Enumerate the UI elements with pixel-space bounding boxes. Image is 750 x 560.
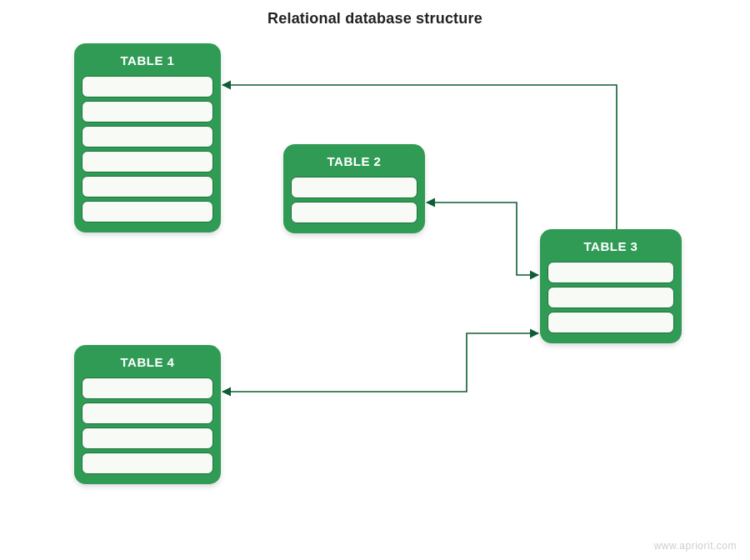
diagram-canvas: Relational database structure TABLE 1 TA… (0, 0, 750, 560)
table-row (82, 201, 213, 222)
table-row (82, 402, 213, 424)
table-row (82, 101, 213, 122)
table-row (82, 151, 213, 172)
table-row (291, 177, 418, 198)
table-1: TABLE 1 (74, 43, 221, 232)
table-4: TABLE 4 (74, 345, 221, 484)
connector-table3-to-table4 (222, 333, 538, 392)
table-2: TABLE 2 (283, 144, 425, 233)
table-3: TABLE 3 (540, 229, 682, 343)
table-row (82, 76, 213, 98)
table-row (82, 452, 213, 474)
table-row (82, 176, 213, 198)
watermark: www.apriorit.com (654, 540, 737, 552)
table-3-header: TABLE 3 (546, 234, 676, 258)
table-row (82, 126, 213, 148)
table-4-header: TABLE 4 (80, 350, 215, 374)
table-row (548, 312, 674, 333)
table-1-header: TABLE 1 (80, 48, 215, 72)
table-row (291, 202, 418, 223)
table-row (82, 378, 213, 399)
table-row (548, 262, 674, 283)
diagram-title: Relational database structure (0, 10, 750, 28)
table-row (82, 428, 213, 449)
table-2-header: TABLE 2 (289, 149, 419, 173)
table-row (548, 287, 674, 308)
connector-table2-to-table3 (427, 202, 538, 275)
